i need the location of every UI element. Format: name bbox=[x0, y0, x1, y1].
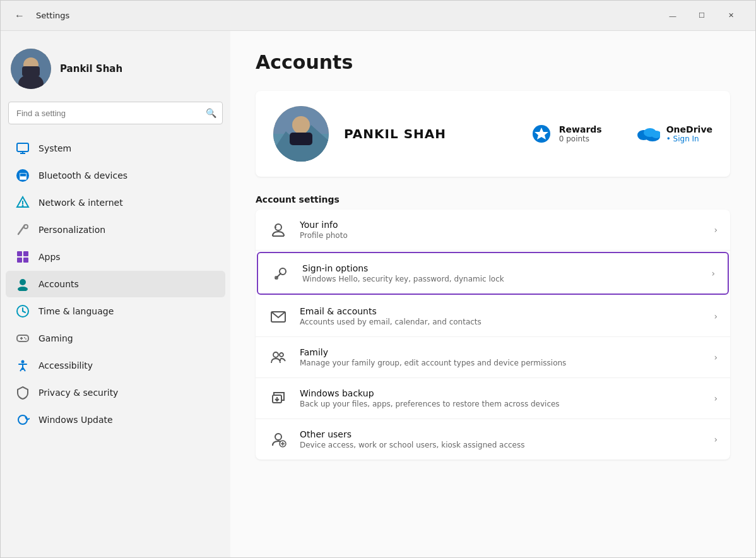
avatar bbox=[11, 49, 51, 89]
sidebar-item-privacy[interactable]: Privacy & security bbox=[6, 379, 225, 406]
family-icon bbox=[268, 347, 288, 367]
sidebar-item-gaming[interactable]: Gaming bbox=[6, 325, 225, 352]
sidebar-item-bluetooth[interactable]: ⬓ Bluetooth & devices bbox=[6, 162, 225, 189]
svg-point-36 bbox=[292, 116, 310, 134]
sidebar-item-update[interactable]: Windows Update bbox=[6, 407, 225, 433]
onedrive-sub: • Sign In bbox=[666, 134, 712, 143]
sidebar-item-apps[interactable]: Apps bbox=[6, 244, 225, 270]
back-button[interactable]: ← bbox=[11, 7, 28, 25]
svg-line-22 bbox=[23, 311, 25, 312]
settings-item-backup[interactable]: Windows backup Back up your files, apps,… bbox=[256, 378, 730, 419]
chevron-right-icon: › bbox=[714, 352, 718, 362]
sidebar-item-label: System bbox=[38, 143, 71, 153]
signin-icon bbox=[271, 263, 291, 283]
gaming-icon bbox=[16, 331, 30, 345]
main-panel: Accounts PANKIL SHAH bbox=[230, 31, 755, 557]
settings-item-signin[interactable]: Sign-in options Windows Hello, security … bbox=[257, 252, 729, 295]
sidebar-item-label: Personalization bbox=[38, 225, 105, 235]
sidebar-item-system[interactable]: System bbox=[6, 135, 225, 162]
rewards-label: Rewards bbox=[559, 124, 602, 134]
settings-item-your-info[interactable]: Your info Profile photo › bbox=[256, 210, 730, 251]
system-icon bbox=[16, 141, 30, 155]
other-users-text: Other users Device access, work or schoo… bbox=[300, 429, 702, 449]
search-box: 🔍 bbox=[8, 102, 223, 124]
settings-list: Your info Profile photo › Sign-in option… bbox=[256, 210, 730, 460]
svg-text:⬓: ⬓ bbox=[19, 171, 27, 181]
sidebar-item-label: Network & internet bbox=[38, 198, 123, 208]
your-info-text: Your info Profile photo bbox=[300, 220, 702, 240]
family-sub: Manage your family group, edit account t… bbox=[300, 359, 702, 367]
sidebar-item-label: Windows Update bbox=[38, 415, 113, 425]
chevron-right-icon: › bbox=[714, 393, 718, 403]
titlebar: ← Settings — ☐ ✕ bbox=[1, 1, 755, 31]
chevron-right-icon: › bbox=[714, 311, 718, 321]
settings-window: ← Settings — ☐ ✕ Pankil Shah bbox=[0, 0, 756, 558]
privacy-icon bbox=[16, 386, 30, 400]
svg-point-19 bbox=[18, 287, 28, 291]
accounts-icon bbox=[16, 277, 30, 291]
sidebar-item-label: Privacy & security bbox=[38, 388, 118, 398]
email-icon bbox=[268, 306, 288, 326]
profile-username: PANKIL SHAH bbox=[344, 126, 515, 141]
chevron-right-icon: › bbox=[711, 268, 715, 278]
svg-point-52 bbox=[280, 353, 283, 357]
window-controls: — ☐ ✕ bbox=[658, 6, 745, 26]
your-info-icon bbox=[268, 220, 288, 240]
rewards-section[interactable]: Rewards 0 points bbox=[530, 122, 602, 145]
signin-sub: Windows Hello, security key, password, d… bbox=[302, 275, 700, 283]
user-name: Pankil Shah bbox=[60, 63, 122, 74]
update-icon bbox=[16, 413, 30, 427]
chevron-right-icon: › bbox=[714, 434, 718, 444]
email-sub: Accounts used by email, calendar, and co… bbox=[300, 318, 702, 326]
sidebar-item-label: Bluetooth & devices bbox=[38, 170, 127, 181]
backup-text: Windows backup Back up your files, apps,… bbox=[300, 388, 702, 408]
rewards-sub: 0 points bbox=[559, 134, 602, 143]
user-profile[interactable]: Pankil Shah bbox=[1, 41, 230, 102]
your-info-sub: Profile photo bbox=[300, 231, 702, 240]
svg-point-13 bbox=[24, 225, 28, 229]
accessibility-icon bbox=[16, 359, 30, 372]
minimize-button[interactable]: — bbox=[658, 6, 687, 26]
svg-rect-15 bbox=[23, 251, 28, 256]
svg-rect-3 bbox=[22, 66, 40, 76]
backup-sub: Back up your files, apps, preferences to… bbox=[300, 400, 702, 408]
onedrive-section[interactable]: OneDrive • Sign In bbox=[637, 122, 712, 145]
sidebar-item-personalization[interactable]: Personalization bbox=[6, 217, 225, 243]
sidebar-item-accounts[interactable]: Accounts bbox=[6, 271, 225, 297]
maximize-button[interactable]: ☐ bbox=[687, 6, 716, 26]
email-title: Email & accounts bbox=[300, 306, 702, 316]
settings-item-email[interactable]: Email & accounts Accounts used by email,… bbox=[256, 296, 730, 337]
rewards-text: Rewards 0 points bbox=[559, 124, 602, 143]
signin-text: Sign-in options Windows Hello, security … bbox=[302, 263, 700, 283]
sidebar-item-label: Accounts bbox=[38, 279, 79, 289]
svg-rect-17 bbox=[23, 258, 28, 263]
network-icon bbox=[16, 196, 30, 210]
time-icon bbox=[16, 304, 30, 318]
search-input[interactable] bbox=[8, 102, 223, 124]
svg-point-18 bbox=[20, 279, 26, 285]
rewards-icon bbox=[530, 122, 553, 145]
sidebar-item-accessibility[interactable]: Accessibility bbox=[6, 352, 225, 379]
other-users-icon bbox=[268, 429, 288, 449]
svg-rect-14 bbox=[17, 251, 22, 256]
sidebar-item-network[interactable]: Network & internet bbox=[6, 189, 225, 216]
sidebar-item-label: Apps bbox=[38, 252, 61, 262]
page-title: Accounts bbox=[256, 51, 730, 73]
onedrive-text: OneDrive • Sign In bbox=[666, 124, 712, 143]
svg-rect-16 bbox=[17, 258, 22, 263]
svg-point-11 bbox=[22, 205, 24, 207]
apps-icon bbox=[16, 250, 30, 264]
settings-item-family[interactable]: Family Manage your family group, edit ac… bbox=[256, 337, 730, 378]
other-users-title: Other users bbox=[300, 429, 702, 439]
svg-line-48 bbox=[276, 273, 281, 278]
your-info-title: Your info bbox=[300, 220, 702, 230]
email-text: Email & accounts Accounts used by email,… bbox=[300, 306, 702, 326]
signin-title: Sign-in options bbox=[302, 263, 700, 273]
svg-point-27 bbox=[25, 338, 27, 340]
sidebar-item-time[interactable]: Time & language bbox=[6, 298, 225, 324]
svg-point-26 bbox=[24, 337, 25, 338]
profile-card: PANKIL SHAH Rewards 0 points One bbox=[256, 91, 730, 177]
settings-item-other-users[interactable]: Other users Device access, work or schoo… bbox=[256, 419, 730, 460]
onedrive-label: OneDrive bbox=[666, 124, 712, 134]
close-button[interactable]: ✕ bbox=[716, 6, 745, 26]
